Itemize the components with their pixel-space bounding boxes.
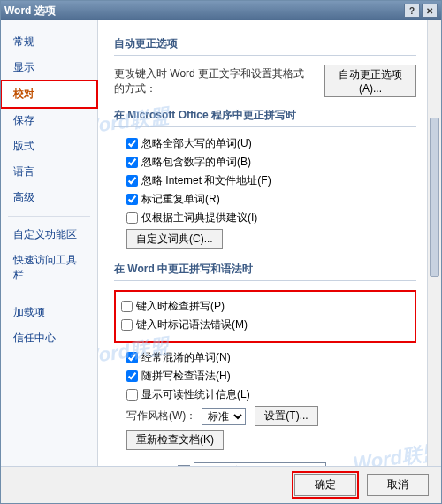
exceptions-label: 例外项(X)： bbox=[114, 464, 171, 467]
sidebar: 常规 显示 校对 保存 版式 语言 高级 自定义功能区 快速访问工具栏 加载项 … bbox=[1, 20, 98, 466]
sidebar-separator bbox=[8, 216, 90, 217]
checkbox-ignore-numbers[interactable] bbox=[126, 157, 138, 168]
checkbox-check-spelling[interactable] bbox=[121, 301, 133, 312]
sidebar-item-language[interactable]: 语言 bbox=[1, 159, 97, 185]
sidebar-item-trust-center[interactable]: 信任中心 bbox=[1, 325, 97, 351]
sidebar-item-general[interactable]: 常规 bbox=[1, 29, 97, 55]
scrollbar[interactable] bbox=[427, 20, 441, 466]
label-main-dict-only: 仅根据主词典提供建议(I) bbox=[141, 210, 257, 225]
checkbox-flag-repeated[interactable] bbox=[126, 194, 138, 205]
checkbox-readability[interactable] bbox=[126, 389, 138, 401]
cancel-button[interactable]: 取消 bbox=[367, 474, 429, 496]
label-ignore-internet: 忽略 Internet 和文件地址(F) bbox=[141, 173, 271, 188]
sidebar-item-layout[interactable]: 版式 bbox=[1, 134, 97, 159]
sidebar-item-customize-ribbon[interactable]: 自定义功能区 bbox=[1, 222, 97, 248]
sidebar-item-addins[interactable]: 加载项 bbox=[1, 300, 97, 325]
checkbox-mark-grammar[interactable] bbox=[121, 319, 133, 331]
writing-style-settings-button[interactable]: 设置(T)... bbox=[255, 406, 317, 426]
section-exceptions-head: 例外项(X)： W 网站金字塔结构.docx bbox=[114, 454, 416, 466]
sidebar-item-display[interactable]: 显示 bbox=[1, 55, 97, 80]
label-check-grammar-with-spelling: 随拼写检查语法(H) bbox=[141, 369, 231, 384]
section-separator bbox=[114, 55, 416, 56]
sidebar-item-advanced[interactable]: 高级 bbox=[1, 185, 97, 210]
custom-dictionaries-button[interactable]: 自定义词典(C)... bbox=[126, 229, 223, 249]
sidebar-separator bbox=[8, 294, 90, 294]
recheck-document-button[interactable]: 重新检查文档(K) bbox=[126, 430, 224, 450]
scrollbar-thumb[interactable] bbox=[430, 118, 439, 277]
writing-style-select[interactable]: 标准 bbox=[202, 408, 246, 425]
ok-highlight: 确定 bbox=[293, 472, 358, 498]
section-office-head: 在 Microsoft Office 程序中更正拼写时 bbox=[114, 99, 416, 126]
word-options-dialog: Word 选项 ? ✕ 常规 显示 校对 保存 版式 语言 高级 自定义功能区 … bbox=[0, 0, 442, 504]
sidebar-item-save[interactable]: 保存 bbox=[1, 108, 97, 134]
label-ignore-uppercase: 忽略全部大写的单词(U) bbox=[141, 136, 252, 151]
section-autocorrect-head: 自动更正选项 bbox=[114, 27, 416, 55]
checkbox-ignore-internet[interactable] bbox=[126, 175, 138, 187]
content-pane: Word联盟 Word联盟 Word联盟 自动更正选项 更改键入时 Word 更… bbox=[98, 20, 441, 466]
autocorrect-options-button[interactable]: 自动更正选项(A)... bbox=[324, 65, 416, 97]
label-check-spelling: 键入时检查拼写(P) bbox=[136, 299, 225, 314]
label-readability: 显示可读性统计信息(L) bbox=[141, 387, 250, 402]
checkbox-confused-words[interactable] bbox=[126, 352, 138, 363]
checkbox-check-grammar-with-spelling[interactable] bbox=[126, 370, 138, 382]
label-flag-repeated: 标记重复单词(R) bbox=[141, 192, 220, 207]
close-button[interactable]: ✕ bbox=[422, 4, 438, 18]
document-icon: W bbox=[178, 465, 190, 466]
help-button[interactable]: ? bbox=[404, 4, 420, 18]
label-confused-words: 经常混淆的单词(N) bbox=[141, 350, 231, 365]
exceptions-document-select[interactable]: 网站金字塔结构.docx bbox=[194, 462, 326, 466]
autocorrect-desc: 更改键入时 Word 更正文字和设置其格式的方式： bbox=[114, 66, 309, 96]
spell-grammar-group: 键入时检查拼写(P) 键入时标记语法错误(M) bbox=[114, 290, 416, 343]
checkbox-main-dict-only[interactable] bbox=[126, 212, 138, 224]
dialog-footer: 确定 取消 bbox=[1, 466, 441, 503]
sidebar-item-proofing[interactable]: 校对 bbox=[1, 80, 97, 108]
ok-button[interactable]: 确定 bbox=[294, 474, 356, 496]
dialog-body: 常规 显示 校对 保存 版式 语言 高级 自定义功能区 快速访问工具栏 加载项 … bbox=[1, 20, 441, 466]
section-separator bbox=[114, 126, 416, 127]
sidebar-item-quick-access[interactable]: 快速访问工具栏 bbox=[1, 248, 97, 288]
checkbox-ignore-uppercase[interactable] bbox=[126, 138, 138, 149]
label-mark-grammar: 键入时标记语法错误(M) bbox=[136, 317, 248, 332]
section-separator bbox=[114, 280, 416, 281]
dialog-title: Word 选项 bbox=[4, 4, 56, 19]
section-word-head: 在 Word 中更正拼写和语法时 bbox=[114, 253, 416, 280]
label-ignore-numbers: 忽略包含数字的单词(B) bbox=[141, 155, 251, 170]
title-bar: Word 选项 ? ✕ bbox=[1, 1, 441, 20]
writing-style-label: 写作风格(W)： bbox=[126, 409, 196, 424]
